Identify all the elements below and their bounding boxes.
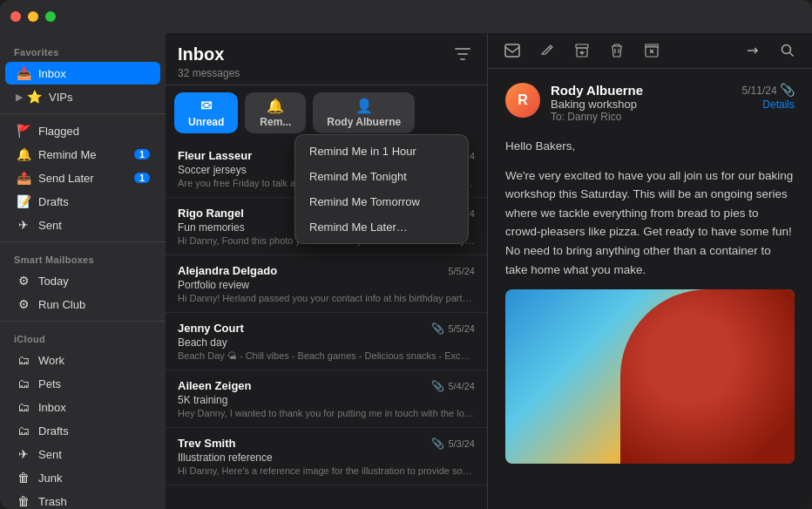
sidebar-item-today[interactable]: ⚙ Today — [5, 269, 160, 292]
today-icon: ⚙ — [16, 273, 31, 288]
sidebar-item-pets[interactable]: 🗂 Pets — [5, 372, 160, 395]
message-item[interactable]: Alejandra Delgado 5/5/24 Portfolio revie… — [166, 255, 487, 313]
details-link[interactable]: Details — [742, 98, 795, 111]
message-item[interactable]: Jenny Court 📎 5/5/24 Beach day Beach Day… — [166, 313, 487, 370]
sidebar-label: Run Club — [38, 298, 85, 311]
sidebar: Favorites 📥 Inbox ▶ ⭐ VIPs 🚩 Flagged 🔔 R… — [0, 33, 166, 509]
sidebar-label: Remind Me — [38, 148, 96, 161]
search-button[interactable] — [775, 38, 800, 63]
filter-unread[interactable]: ✉ Unread — [174, 92, 238, 133]
pizza-decoration — [620, 289, 795, 464]
compose-button[interactable] — [535, 38, 559, 63]
message-subject: Beach day — [178, 336, 475, 349]
message-preview: Hey Danny, I wanted to thank you for put… — [178, 408, 475, 418]
sidebar-item-junk[interactable]: 🗑 Junk — [5, 466, 160, 489]
inbox-icloud-icon: 🗂 — [16, 399, 31, 415]
attachment-icon: 📎 — [431, 322, 444, 335]
sidebar-label: Today — [38, 275, 69, 288]
filter-rody[interactable]: 👤 Rody Albuerne — [313, 92, 415, 133]
filter-remind[interactable]: 🔔 Rem... — [245, 92, 306, 133]
message-list-header: Inbox 32 messages — [166, 33, 487, 85]
sidebar-divider-3 — [0, 321, 166, 322]
message-item[interactable]: Aileen Zeigen 📎 5/4/24 5K training Hey D… — [166, 370, 487, 428]
sidebar-item-send-later[interactable]: 📤 Send Later 1 — [5, 166, 160, 189]
sidebar-label: Inbox — [38, 401, 66, 414]
svg-rect-3 — [505, 44, 519, 57]
sidebar-divider — [0, 113, 166, 114]
filter-remind-label: Rem... — [260, 116, 291, 128]
sidebar-item-inbox-icloud[interactable]: 🗂 Inbox — [5, 396, 160, 418]
dropdown-item-tonight[interactable]: Remind Me Tonight — [295, 164, 468, 189]
sidebar-label: Junk — [38, 472, 62, 485]
sidebar-item-vips[interactable]: ▶ ⭐ VIPs — [5, 85, 160, 108]
message-list: Inbox 32 messages ✉ Unread 🔔 Rem... — [166, 33, 488, 509]
email-image — [505, 289, 795, 464]
sidebar-label: Inbox — [38, 67, 66, 80]
junk-button[interactable] — [639, 38, 664, 63]
sidebar-item-run-club[interactable]: ⚙ Run Club — [5, 293, 160, 316]
sidebar-label: Sent — [38, 448, 62, 461]
email-date: 5/11/24 — [742, 85, 777, 97]
sidebar-item-sent-icloud[interactable]: ✈ Sent — [5, 443, 160, 465]
svg-point-8 — [782, 45, 791, 54]
email-from: Rody Albuerne — [551, 83, 742, 98]
message-sender: Trev Smith — [178, 437, 235, 450]
sent-icon: ✈ — [16, 217, 31, 233]
zoom-button[interactable] — [45, 11, 56, 22]
email-to: To: Danny Rico — [551, 111, 742, 123]
svg-rect-0 — [455, 48, 470, 50]
sidebar-item-sent[interactable]: ✈ Sent — [5, 214, 160, 236]
detail-toolbar — [488, 33, 812, 69]
new-message-button[interactable] — [500, 38, 524, 63]
sidebar-item-remind-me[interactable]: 🔔 Remind Me 1 — [5, 143, 160, 166]
sidebar-item-trash[interactable]: 🗑 Trash — [5, 490, 160, 509]
title-bar — [0, 0, 812, 33]
email-greeting: Hello Bakers, — [505, 137, 795, 156]
sidebar-item-drafts-icloud[interactable]: 🗂 Drafts — [5, 419, 160, 442]
sidebar-divider-2 — [0, 241, 166, 242]
attachment-icon: 📎 — [431, 438, 444, 450]
avatar: R — [505, 83, 540, 118]
message-sender: Alejandra Delgado — [178, 264, 277, 277]
unread-filter-icon: ✉ — [200, 98, 212, 114]
close-button[interactable] — [10, 11, 21, 22]
attachment-icon: 📎 — [431, 380, 444, 392]
delete-button[interactable] — [605, 38, 629, 63]
expand-icon: ▶ — [16, 92, 23, 103]
sidebar-item-drafts[interactable]: 📝 Drafts — [5, 190, 160, 213]
sidebar-item-work[interactable]: 🗂 Work — [5, 349, 160, 371]
email-attachment-icon: 📎 — [780, 83, 795, 97]
drafts-icon: 📝 — [16, 193, 31, 209]
sidebar-label: Drafts — [38, 195, 69, 208]
trash-icon: 🗑 — [16, 493, 31, 509]
sidebar-label: Trash — [38, 495, 67, 508]
email-paragraph: We're very excited to have you all join … — [505, 166, 795, 280]
archive-button[interactable] — [570, 38, 594, 63]
flag-icon: 🚩 — [16, 123, 31, 139]
minimize-button[interactable] — [28, 11, 38, 22]
send-later-badge: 1 — [134, 173, 150, 183]
message-sender: Fleur Lasseur — [178, 149, 252, 162]
dropdown-item-1hour[interactable]: Remind Me in 1 Hour — [295, 139, 468, 164]
sidebar-label: Sent — [38, 219, 62, 232]
more-button[interactable] — [741, 38, 765, 63]
sidebar-label: Work — [38, 354, 64, 367]
email-header: R Rody Albuerne Baking workshop To: Dann… — [505, 83, 795, 123]
dropdown-item-tomorrow[interactable]: Remind Me Tomorrow — [295, 189, 468, 214]
app-container: Favorites 📥 Inbox ▶ ⭐ VIPs 🚩 Flagged 🔔 R… — [0, 33, 812, 509]
message-subject: Illustration reference — [178, 451, 475, 464]
star-icon: ⭐ — [26, 89, 42, 105]
message-sender: Jenny Court — [178, 322, 244, 335]
sidebar-item-inbox-fav[interactable]: 📥 Inbox — [5, 62, 160, 85]
sidebar-item-flagged[interactable]: 🚩 Flagged — [5, 119, 160, 142]
dropdown-item-later[interactable]: Remind Me Later… — [295, 214, 468, 240]
filter-icon[interactable] — [450, 42, 475, 66]
mailbox-title: Inbox — [178, 44, 224, 64]
run-club-icon: ⚙ — [16, 296, 31, 312]
remind-me-badge: 1 — [134, 149, 150, 159]
inbox-icon: 📥 — [16, 65, 31, 81]
sidebar-label: Pets — [38, 377, 61, 390]
svg-rect-2 — [460, 58, 465, 60]
filter-row: ✉ Unread 🔔 Rem... 👤 Rody Albuerne Remind… — [166, 85, 487, 140]
message-item[interactable]: Trev Smith 📎 5/3/24 Illustration referen… — [166, 428, 487, 485]
